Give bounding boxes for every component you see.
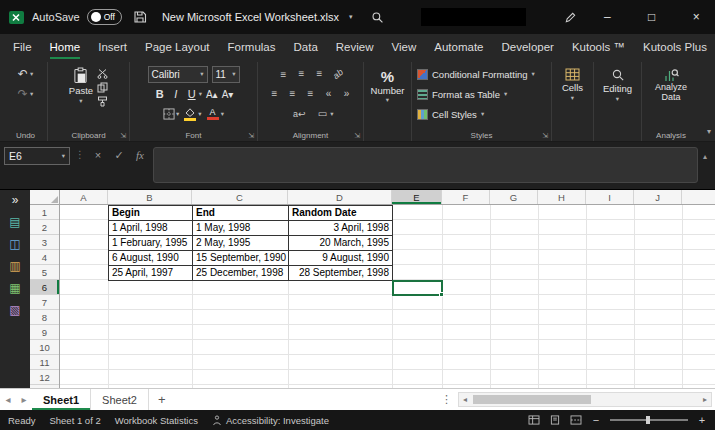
decrease-font-size-button[interactable]: A▾ xyxy=(222,89,234,100)
pencil-icon[interactable] xyxy=(559,6,581,28)
row-header-8[interactable]: 8 xyxy=(30,310,59,325)
merge-center-button[interactable]: ▭ ▾ xyxy=(315,108,333,120)
kutools-tools-icon[interactable]: ▧ xyxy=(9,303,20,317)
column-header-E[interactable]: E xyxy=(392,190,442,204)
paste-button[interactable]: Paste ▾ xyxy=(69,65,93,107)
conditional-formatting-button[interactable]: Conditional Formatting ▾ xyxy=(417,65,535,83)
title-chevron-down-icon[interactable]: ▾ xyxy=(349,13,353,21)
bottom-align-button[interactable]: ≡ xyxy=(313,66,327,82)
scrollbar-thumb[interactable] xyxy=(473,395,591,404)
minimize-button[interactable]: – xyxy=(588,0,626,34)
cell-C3[interactable]: 2 May, 1995 xyxy=(193,236,289,251)
format-as-table-button[interactable]: Format as Table ▾ xyxy=(417,85,507,103)
grid-canvas[interactable]: Begin End Random Date 1 April, 1998 1 Ma… xyxy=(60,205,715,388)
cell-D1[interactable]: Random Date xyxy=(289,206,393,221)
column-header-I[interactable]: I xyxy=(586,190,634,204)
zoom-slider-thumb[interactable] xyxy=(646,416,650,424)
accessibility-button[interactable]: Accessibility: Investigate xyxy=(212,415,329,426)
font-color-button[interactable]: A ▾ xyxy=(206,108,224,120)
menu-tab-home[interactable]: Home xyxy=(41,34,90,60)
menu-tab-file[interactable]: File xyxy=(4,34,41,60)
close-button[interactable]: × xyxy=(677,0,715,34)
cell-B4[interactable]: 6 August, 1990 xyxy=(109,251,193,266)
number-format-button[interactable]: % Number ▾ xyxy=(371,65,405,104)
align-right-button[interactable]: ≡ xyxy=(304,88,318,100)
middle-align-button[interactable]: ≡ xyxy=(295,68,309,80)
row-header-10[interactable]: 10 xyxy=(30,340,59,355)
cell-D4[interactable]: 9 August, 1990 xyxy=(289,251,393,266)
menu-tab-developer[interactable]: Developer xyxy=(492,34,562,60)
enter-icon[interactable]: ✓ xyxy=(111,149,127,162)
row-header-11[interactable]: 11 xyxy=(30,355,59,370)
alignment-dialog-launcher-icon[interactable]: ⇲ xyxy=(354,132,360,140)
cell-D5[interactable]: 28 September, 1998 xyxy=(289,266,393,281)
tab-sheet2[interactable]: Sheet2 xyxy=(91,389,149,410)
menu-tab-insert[interactable]: Insert xyxy=(89,34,136,60)
underline-button[interactable]: U ▾ xyxy=(186,88,202,100)
tab-options-icon[interactable]: ⋮ xyxy=(435,393,458,406)
row-header-3[interactable]: 3 xyxy=(30,235,59,250)
cell-B3[interactable]: 1 February, 1995 xyxy=(109,236,193,251)
cell-C2[interactable]: 1 May, 1998 xyxy=(193,221,289,236)
clipboard-dialog-launcher-icon[interactable]: ⇲ xyxy=(120,132,126,140)
menu-tab-formulas[interactable]: Formulas xyxy=(219,34,285,60)
bold-button[interactable]: B xyxy=(154,88,166,100)
column-header-F[interactable]: F xyxy=(442,190,490,204)
column-header-G[interactable]: G xyxy=(490,190,538,204)
font-name-combobox[interactable]: Calibri ▾ xyxy=(148,66,208,83)
page-break-view-button[interactable] xyxy=(570,415,582,425)
tab-sheet1[interactable]: Sheet1 xyxy=(32,389,91,410)
font-dialog-launcher-icon[interactable]: ⇲ xyxy=(248,132,254,140)
cut-button[interactable] xyxy=(97,68,108,79)
select-all-corner[interactable] xyxy=(30,190,60,204)
save-button[interactable] xyxy=(129,6,151,28)
next-sheet-icon[interactable]: ▸ xyxy=(16,394,32,405)
scroll-right-icon[interactable]: ▸ xyxy=(699,395,711,404)
kutools-worksheet-icon[interactable]: ▥ xyxy=(9,259,20,273)
align-center-button[interactable]: ≡ xyxy=(286,88,300,100)
cell-C4[interactable]: 15 September, 1990 xyxy=(193,251,289,266)
styles-dialog-launcher-icon[interactable]: ⇲ xyxy=(542,132,548,140)
wrap-text-button[interactable]: a↩ xyxy=(287,108,311,120)
collapse-formula-bar-icon[interactable]: ▴ xyxy=(703,152,709,161)
cell-styles-button[interactable]: Cell Styles ▾ xyxy=(417,105,484,123)
row-header-2[interactable]: 2 xyxy=(30,220,59,235)
cell-B2[interactable]: 1 April, 1998 xyxy=(109,221,193,236)
format-painter-button[interactable] xyxy=(97,96,108,107)
cells-button[interactable]: Cells ▾ xyxy=(562,65,583,102)
cell-C5[interactable]: 25 December, 1998 xyxy=(193,266,289,281)
menu-tab-kutools[interactable]: Kutools ™ xyxy=(563,34,634,60)
decrease-indent-button[interactable]: « xyxy=(322,88,336,100)
menu-tab-data[interactable]: Data xyxy=(285,34,327,60)
selected-cell-E6[interactable] xyxy=(392,280,443,296)
zoom-out-button[interactable]: − xyxy=(591,414,601,426)
workbook-statistics-button[interactable]: Workbook Statistics xyxy=(115,415,198,426)
cancel-icon[interactable]: × xyxy=(90,149,106,161)
redo-button[interactable]: ↷ ▾ xyxy=(18,85,33,103)
new-sheet-button[interactable]: + xyxy=(149,392,175,407)
column-header-D[interactable]: D xyxy=(288,190,392,204)
insert-function-button[interactable]: fx xyxy=(132,149,148,161)
cell-B1[interactable]: Begin xyxy=(109,206,193,221)
column-header-B[interactable]: B xyxy=(108,190,192,204)
row-header-7[interactable]: 7 xyxy=(30,295,59,310)
row-header-1[interactable]: 1 xyxy=(30,205,59,220)
page-layout-view-button[interactable] xyxy=(549,415,561,425)
kutools-chart-icon[interactable]: ▦ xyxy=(9,281,20,295)
column-header-A[interactable]: A xyxy=(60,190,108,204)
autosave-toggle[interactable]: Off xyxy=(87,9,122,25)
cell-B5[interactable]: 25 April, 1997 xyxy=(109,266,193,281)
analyze-data-button[interactable]: Analyze Data xyxy=(647,65,695,103)
menu-tab-review[interactable]: Review xyxy=(327,34,383,60)
row-header-5[interactable]: 5 xyxy=(30,265,59,280)
borders-button[interactable]: ▾ xyxy=(163,108,179,120)
menu-tab-view[interactable]: View xyxy=(383,34,426,60)
font-size-combobox[interactable]: 11 ▾ xyxy=(212,66,240,83)
kutools-clipboard-icon[interactable]: ▤ xyxy=(9,215,20,229)
maximize-button[interactable]: □ xyxy=(633,0,671,34)
copy-button[interactable] xyxy=(97,82,108,93)
increase-font-size-button[interactable]: A▴ xyxy=(206,89,218,100)
column-header-H[interactable]: H xyxy=(538,190,586,204)
menu-tab-kutools-plus[interactable]: Kutools Plus xyxy=(634,34,715,60)
top-align-button[interactable]: ≡ xyxy=(277,71,291,78)
